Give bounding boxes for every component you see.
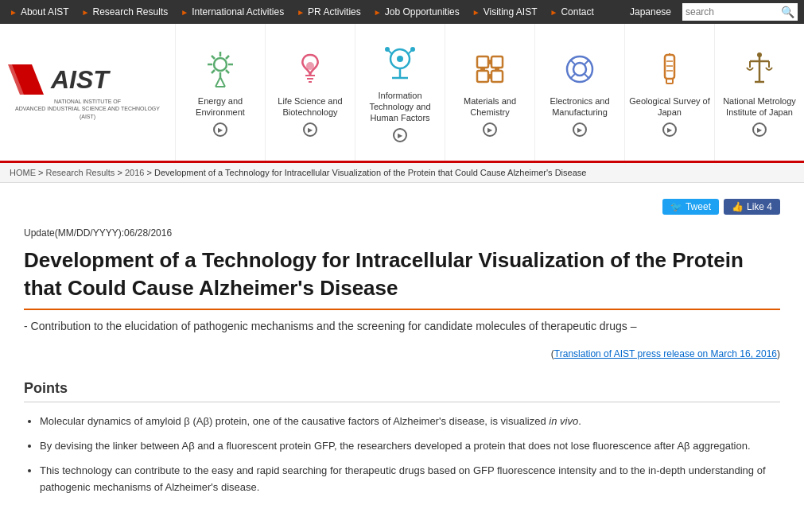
life-science-play-button[interactable]: ▶ [303, 122, 317, 137]
nav-arrow: ► [550, 8, 557, 17]
svg-line-10 [212, 70, 215, 73]
nav-label-about: About AIST [21, 6, 69, 17]
materials-label: Materials and Chemistry [449, 95, 531, 118]
logo-subtext: NATIONAL INSTITUTE OFADVANCED INDUSTRIAL… [8, 98, 167, 119]
nav-label-international: International Activities [192, 6, 284, 17]
svg-line-11 [216, 77, 220, 87]
nav-arrow: ► [374, 8, 382, 17]
information-tech-play-button[interactable]: ▶ [393, 128, 407, 142]
svg-line-38 [570, 74, 575, 79]
nav-arrow: ► [181, 8, 188, 17]
category-information-tech[interactable]: Information Technology and Human Factors… [355, 24, 445, 161]
nav-visiting[interactable]: ► Visiting AIST [466, 0, 544, 24]
svg-line-9 [226, 56, 229, 59]
metrology-label: National Metrology Institute of Japan [718, 95, 801, 118]
breadcrumb-research[interactable]: Research Results [46, 168, 115, 177]
translation-suffix: ) [777, 348, 780, 359]
geological-icon [648, 48, 691, 91]
nav-label-pr: PR Activities [308, 6, 361, 17]
svg-point-30 [487, 60, 492, 64]
category-energy[interactable]: Energy and Environment ▶ [175, 24, 265, 161]
materials-play-button[interactable]: ▶ [483, 122, 497, 137]
category-life-science[interactable]: Life Science and Biotechnology ▶ [265, 24, 355, 161]
top-navigation: ► About AIST ► Research Results ► Intern… [0, 0, 804, 24]
search-box[interactable]: 🔍 [682, 3, 798, 21]
nav-arrow: ► [10, 8, 17, 17]
breadcrumb-current: Development of a Technology for Intracel… [154, 168, 586, 177]
tweet-label: Tweet [686, 201, 711, 212]
nav-about-aist[interactable]: ► About AIST [3, 0, 76, 24]
svg-line-12 [220, 77, 225, 87]
svg-rect-26 [477, 56, 488, 68]
svg-point-14 [306, 62, 314, 70]
nav-label-jobs: Job Opportunities [385, 6, 460, 17]
electronics-play-button[interactable]: ▶ [573, 122, 587, 137]
svg-line-8 [226, 70, 229, 73]
nav-contact[interactable]: ► Contact [543, 0, 600, 24]
metrology-play-button[interactable]: ▶ [752, 122, 767, 137]
breadcrumb-year[interactable]: 2016 [125, 168, 144, 177]
life-science-icon [289, 48, 332, 91]
translation-link-container: (Translation of AIST press release on Ma… [24, 348, 780, 359]
nav-arrow: ► [297, 8, 305, 17]
translation-link[interactable]: Translation of AIST press release on Mar… [554, 348, 777, 359]
svg-point-51 [757, 52, 762, 57]
nav-research-results[interactable]: ► Research Results [76, 0, 175, 24]
svg-point-19 [397, 56, 403, 62]
metrology-icon [738, 48, 781, 91]
article-title: Development of a Technology for Intracel… [24, 247, 780, 310]
main-content: 🐦 Tweet 👍 Like 4 Update(MM/DD/YYYY):06/2… [0, 183, 804, 519]
italic-in-vivo: in vivo [549, 415, 578, 427]
breadcrumb: HOME > Research Results > 2016 > Develop… [0, 163, 804, 183]
category-electronics[interactable]: Electronics and Manufacturing ▶ [534, 24, 624, 161]
nav-label-research: Research Results [93, 6, 169, 17]
svg-point-24 [385, 47, 390, 52]
category-materials[interactable]: Materials and Chemistry ▶ [445, 24, 534, 161]
electronics-icon [558, 48, 601, 91]
nav-job-opportunities[interactable]: ► Job Opportunities [367, 0, 466, 24]
geological-label: Geological Survey of Japan [628, 95, 711, 118]
svg-line-36 [570, 60, 575, 64]
energy-play-button[interactable]: ▶ [213, 122, 227, 137]
category-geological[interactable]: Geological Survey of Japan ▶ [624, 24, 714, 161]
tweet-icon: 🐦 [670, 201, 682, 212]
category-navigation: AIST NATIONAL INSTITUTE OFADVANCED INDUS… [0, 24, 804, 163]
bullet-item-1: Molecular dynamics of amyloid β (Aβ) pro… [40, 414, 780, 430]
breadcrumb-home[interactable]: HOME [10, 168, 36, 177]
svg-line-7 [212, 56, 215, 59]
svg-rect-29 [491, 71, 503, 82]
like-label: Like 4 [747, 201, 772, 212]
svg-point-2 [214, 58, 227, 71]
electronics-label: Electronics and Manufacturing [538, 95, 621, 118]
geological-play-button[interactable]: ▶ [662, 122, 677, 137]
svg-rect-28 [477, 71, 488, 82]
nav-label-contact: Contact [561, 6, 593, 17]
category-metrology[interactable]: National Metrology Institute of Japan ▶ [714, 24, 804, 161]
nav-pr-activities[interactable]: ► PR Activities [290, 0, 367, 24]
svg-rect-40 [665, 55, 674, 79]
materials-icon [468, 48, 511, 91]
social-bar: 🐦 Tweet 👍 Like 4 [24, 199, 780, 215]
language-selector[interactable]: Japanese [622, 6, 679, 17]
points-heading: Points [24, 375, 780, 402]
nav-label-visiting: Visiting AIST [484, 6, 538, 17]
nav-international[interactable]: ► International Activities [174, 0, 290, 24]
breadcrumb-sep2: > [117, 168, 124, 177]
site-logo[interactable]: AIST NATIONAL INSTITUTE OFADVANCED INDUS… [0, 24, 175, 161]
svg-point-31 [487, 74, 492, 79]
search-button[interactable]: 🔍 [778, 6, 798, 18]
svg-rect-27 [491, 56, 503, 68]
update-date: Update(MM/DD/YYYY):06/28/2016 [24, 227, 780, 239]
tweet-button[interactable]: 🐦 Tweet [662, 199, 719, 215]
svg-point-35 [573, 63, 586, 76]
energy-label: Energy and Environment [179, 95, 262, 118]
bullet-item-3: This technology can contribute to the ea… [40, 463, 780, 496]
article-subtitle: - Contribution to the elucidation of pat… [24, 320, 780, 332]
like-button[interactable]: 👍 Like 4 [724, 199, 780, 215]
svg-line-39 [585, 74, 589, 79]
information-tech-icon [379, 42, 421, 85]
breadcrumb-sep1: > [38, 168, 45, 177]
svg-point-25 [410, 47, 415, 52]
search-input[interactable] [682, 5, 778, 19]
like-icon: 👍 [732, 201, 744, 212]
